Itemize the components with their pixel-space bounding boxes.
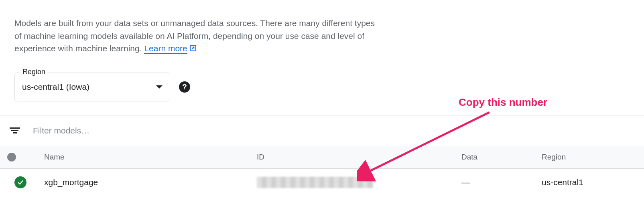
annotation-arrow-icon bbox=[357, 106, 510, 186]
filter-icon[interactable] bbox=[10, 127, 20, 133]
table-header: Name ID Data Region bbox=[0, 146, 644, 169]
column-header-status[interactable] bbox=[0, 153, 44, 162]
filter-bar bbox=[0, 115, 644, 146]
svg-line-2 bbox=[367, 112, 490, 172]
column-header-region[interactable]: Region bbox=[542, 153, 644, 162]
status-circle-icon bbox=[7, 153, 16, 162]
region-selector-row: Region us-central1 (Iowa) ? bbox=[14, 73, 644, 101]
description-text: Models are built from your data sets or … bbox=[0, 0, 397, 56]
learn-more-link[interactable]: Learn more bbox=[144, 44, 187, 54]
region-value: us-central1 (Iowa) bbox=[22, 82, 156, 92]
external-link-icon bbox=[189, 43, 197, 56]
column-header-name[interactable]: Name bbox=[44, 153, 257, 162]
row-name[interactable]: xgb_mortgage bbox=[44, 178, 257, 187]
table-row[interactable]: xgb_mortgage — us-central1 bbox=[0, 169, 644, 196]
region-label: Region bbox=[20, 68, 47, 76]
help-icon[interactable]: ? bbox=[179, 81, 190, 93]
filter-input[interactable] bbox=[33, 126, 634, 135]
region-dropdown[interactable]: Region us-central1 (Iowa) bbox=[14, 73, 170, 101]
row-region: us-central1 bbox=[542, 178, 644, 187]
success-check-icon bbox=[14, 176, 26, 188]
chevron-down-icon bbox=[156, 85, 163, 89]
annotation-text: Copy this number bbox=[459, 96, 547, 109]
redacted-id-value bbox=[257, 177, 373, 188]
row-status bbox=[0, 176, 44, 188]
